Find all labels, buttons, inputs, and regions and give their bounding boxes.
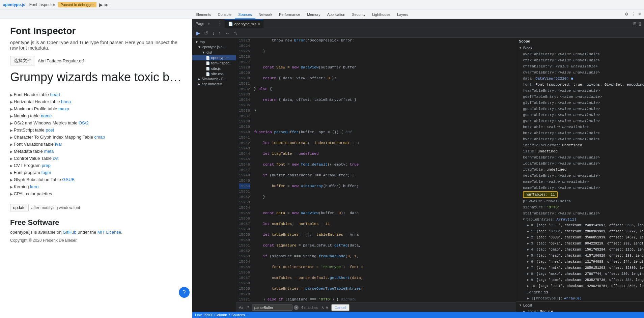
scope-gdef[interactable]: gdeffTableEntry: <value unavailable>	[516, 94, 644, 100]
mit-link[interactable]: MIT License	[97, 230, 121, 235]
scope-te-length[interactable]: length: 11	[516, 289, 644, 295]
page-tab[interactable]: Page »	[192, 20, 215, 27]
code-editor[interactable]: 1592315924159251592615927 15928159291593…	[236, 38, 516, 312]
scope-gsub[interactable]: gsubTableEntry: <value unavailable>	[516, 112, 644, 118]
inner-tab-options[interactable]: ⋮	[215, 20, 225, 27]
scope-te-4[interactable]: ▶ 4: {tag: 'cmap', checksum: 1561765284,…	[516, 247, 644, 253]
deactivate-icon[interactable]: ⤡	[232, 30, 239, 36]
tree-item-font-inspec[interactable]: 📄font-inspec...	[192, 60, 236, 66]
tab-layers[interactable]: Layers	[394, 11, 412, 19]
page-tab-more[interactable]: »	[206, 22, 212, 26]
step-icon[interactable]: ↔	[224, 30, 231, 36]
settings-icon[interactable]: ⚙	[625, 12, 628, 17]
update-button[interactable]: update	[10, 204, 29, 211]
block-header[interactable]: ▼ Block	[516, 45, 644, 51]
scope-te-7[interactable]: ▶ 7: {tag: 'hmtx', checksum: 2859151203,…	[516, 265, 644, 271]
scope-fvar[interactable]: fvarTableEntry: <value unavailable>	[516, 88, 644, 94]
tree-item-similarweb[interactable]: ▶Similarweb - F...	[192, 77, 236, 82]
github-link[interactable]: GitHub	[63, 230, 76, 235]
scope-hmtx-entry[interactable]: hmtxTableEntry: <value unavailable>	[516, 130, 644, 136]
tab-sources[interactable]: Sources	[235, 11, 255, 19]
tree-item-top[interactable]: ▼top	[192, 39, 236, 45]
tab-console[interactable]: Console	[215, 11, 235, 19]
kern-link[interactable]: kern	[30, 184, 38, 189]
fvar-link[interactable]: fvar	[55, 142, 62, 147]
cvt-link[interactable]: cvt	[53, 156, 59, 161]
site-title[interactable]: opentype.js	[0, 2, 28, 7]
scope-index[interactable]: indexToLocFormat: undefined	[516, 142, 644, 148]
scope-hvar[interactable]: hvarTableEntry: <value unavailable>	[516, 136, 644, 142]
scope-te-0[interactable]: ▶ 0: {tag: 'CFF ', checksum: 2403142697,…	[516, 223, 644, 229]
scope-te-2[interactable]: ▶ 2: {tag: 'GSUB', checksum: 3566851939,…	[516, 235, 644, 241]
choose-file-button[interactable]: 选择文件	[10, 56, 35, 65]
scope-name-table[interactable]: nameTable: <value unavailable>	[516, 179, 644, 185]
name-link[interactable]: name	[41, 113, 52, 118]
scope-cff[interactable]: cffTableEntry: <value unavailable>	[516, 63, 644, 69]
more-icon[interactable]: ⋮	[631, 11, 636, 17]
scope-te-10[interactable]: ▶ 10: {tag: 'post', checksum: 4290248754…	[516, 283, 644, 289]
step-over-icon[interactable]: ↺	[203, 30, 209, 36]
scope-stat[interactable]: statTableEntry: <value unavailable>	[516, 210, 644, 216]
scope-te-3[interactable]: ▶ 3: {tag: 'OS/2', checksum: 904229219, …	[516, 241, 644, 247]
scope-issue[interactable]: issue: undefined	[516, 148, 644, 154]
prep-link[interactable]: prep	[42, 163, 51, 168]
tree-item-sitecss[interactable]: 📄site.css	[192, 71, 236, 77]
scope-loca[interactable]: locaTableEntry: <value unavailable>	[516, 161, 644, 167]
next-match-icon[interactable]: ∨	[326, 305, 329, 310]
step-icon[interactable]: ⏭	[104, 2, 109, 7]
scope-data[interactable]: data: DataView(52220) ◼	[516, 76, 644, 82]
tab-performance[interactable]: Performance	[276, 11, 304, 19]
close-devtools-icon[interactable]: ✕	[638, 12, 641, 17]
post-link[interactable]: post	[46, 127, 54, 133]
tree-item-dist[interactable]: ▼dist	[192, 50, 236, 55]
tab-lighthouse[interactable]: Lighthouse	[369, 11, 394, 19]
prev-match-icon[interactable]: ∧	[321, 305, 324, 310]
scope-ltag[interactable]: ltagTable: undefined	[516, 167, 644, 173]
meta-link[interactable]: meta	[44, 149, 54, 154]
step-out-icon[interactable]: ↑	[217, 30, 222, 36]
scope-prototype[interactable]: ▶ [[Prototype]]: Array(0)	[516, 295, 644, 301]
file-tab-close[interactable]: ×	[258, 22, 260, 26]
format-icon[interactable]: {}	[639, 21, 641, 26]
tab-elements[interactable]: Elements	[192, 11, 215, 19]
scope-p[interactable]: p: <value unavailable>	[516, 198, 644, 204]
play-icon[interactable]: ▶	[99, 2, 103, 7]
scope-cvar[interactable]: cvarTableEntry: <value unavailable>	[516, 69, 644, 76]
scope-te-1[interactable]: ▶ 1: {tag: 'GPOS', checksum: 2960363901,…	[516, 229, 644, 235]
scope-this[interactable]: ▶ this: Module	[516, 309, 644, 312]
step-into-icon[interactable]: ↓	[211, 30, 216, 36]
scope-te-8[interactable]: ▶ 8: {tag: 'maxp', checksum: 27807744, o…	[516, 271, 644, 277]
tab-security[interactable]: Security	[348, 11, 369, 19]
scope-cff2[interactable]: cff2TableEntry: <value unavailable>	[516, 57, 644, 63]
tab-memory[interactable]: Memory	[304, 11, 324, 19]
gsub-link[interactable]: GSUB	[62, 177, 75, 182]
fpgm-link[interactable]: fpgm	[41, 170, 51, 175]
tree-item-opentype-mjs[interactable]: 📄opentype...	[192, 55, 236, 60]
split-icon[interactable]: ⊞	[633, 21, 637, 26]
scope-meta[interactable]: metaTableEntry: <value unavailable>	[516, 173, 644, 179]
scope-numtables[interactable]: numTables: 11 ←	[516, 191, 644, 198]
cancel-button[interactable]: Cancel	[331, 304, 349, 311]
scope-signature[interactable]: signature: "OTTO"	[516, 204, 644, 210]
scope-font[interactable]: font: Font {supported: true, glyphs: Gly…	[516, 82, 644, 88]
scope-gvar[interactable]: gvarTableEntry: <value unavailable>	[516, 118, 644, 124]
scope-name-entry[interactable]: nameTableEntry: <value unavailable>	[516, 185, 644, 191]
scope-hmtx-table[interactable]: hmtxTable: <value unavailable>	[516, 124, 644, 130]
scope-te-6[interactable]: ▶ 6: {tag: 'hhea', checksum: 131794088, …	[516, 259, 644, 265]
tree-item-opentypejs[interactable]: ▼opentype.js.o...	[192, 45, 236, 50]
tree-item-sitejs[interactable]: 📄site.js	[192, 66, 236, 71]
clear-search-icon[interactable]: ×	[294, 305, 299, 310]
head-link[interactable]: head	[50, 92, 60, 97]
scope-te-5[interactable]: ▶ 5: {tag: 'head', checksum: 4157106829,…	[516, 253, 644, 259]
file-tab-opentype[interactable]: 📄 opentype.mjs ×	[225, 20, 263, 28]
hhea-link[interactable]: hhea	[61, 99, 71, 104]
scope-table-entries[interactable]: ▼tableEntries: Array(11)	[516, 216, 644, 223]
tab-application[interactable]: Application	[324, 11, 349, 19]
scope-gpos[interactable]: gposTableEntry: <value unavailable>	[516, 106, 644, 112]
search-input[interactable]	[252, 305, 292, 311]
resume-icon[interactable]: ▶	[195, 30, 201, 36]
cmap-link[interactable]: cmap	[94, 135, 105, 140]
help-icon[interactable]: ?	[179, 287, 190, 298]
maxp-link[interactable]: maxp	[58, 106, 69, 111]
scope-kern[interactable]: kernTableEntry: <value unavailable>	[516, 154, 644, 161]
